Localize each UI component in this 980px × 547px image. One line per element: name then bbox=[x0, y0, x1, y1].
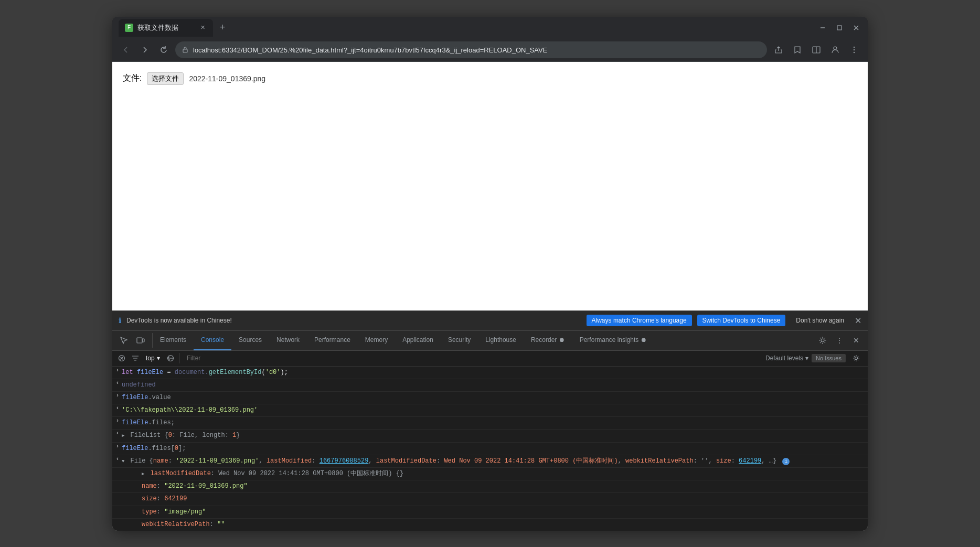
toolbar-separator bbox=[179, 353, 179, 363]
svg-point-14 bbox=[855, 357, 858, 360]
context-dropdown-icon: ▾ bbox=[157, 355, 160, 362]
tab-bar: F 获取文件数据 ✕ + bbox=[119, 19, 813, 37]
reload-button[interactable] bbox=[156, 42, 171, 57]
svg-point-4 bbox=[834, 47, 837, 50]
active-tab[interactable]: F 获取文件数据 ✕ bbox=[119, 19, 213, 37]
console-text: undefined bbox=[122, 380, 864, 390]
input-arrow: › bbox=[113, 418, 122, 424]
close-button[interactable] bbox=[851, 23, 861, 33]
input-arrow: › bbox=[113, 393, 122, 399]
profile-icon[interactable] bbox=[828, 42, 843, 57]
file-row: 文件: 选择文件 2022-11-09_01369.png bbox=[123, 72, 857, 85]
console-line: ▶ lastModifiedDate: Wed Nov 09 2022 14:4… bbox=[112, 468, 868, 480]
forward-button[interactable] bbox=[137, 42, 152, 57]
filter-input[interactable] bbox=[183, 352, 762, 364]
console-line: webkitRelativePath: "" bbox=[112, 519, 868, 531]
console-settings-icon[interactable] bbox=[849, 351, 864, 366]
inspect-element-icon[interactable] bbox=[116, 333, 131, 348]
page-content: 文件: 选择文件 2022-11-09_01369.png ℹ DevTools… bbox=[112, 62, 868, 531]
console-line: › fileEle.files; bbox=[112, 417, 868, 430]
console-line: ‹ ▼ File {name: '2022-11-09_01369.png', … bbox=[112, 455, 868, 468]
console-line: size: 642199 bbox=[112, 493, 868, 506]
output-arrow: ‹ bbox=[113, 456, 122, 462]
tab-lighthouse[interactable]: Lighthouse bbox=[478, 331, 524, 351]
devtools-toolbar: top ▾ Default levels ▾ No Issues bbox=[112, 351, 868, 367]
context-selector[interactable]: top ▾ bbox=[144, 353, 162, 363]
tab-memory[interactable]: Memory bbox=[358, 331, 395, 351]
devtools-settings-icon[interactable] bbox=[815, 333, 830, 348]
share-icon[interactable] bbox=[771, 42, 786, 57]
address-bar[interactable]: localhost:63342/BOM_DOM/25.%20file_data.… bbox=[175, 41, 767, 58]
info-badge: i bbox=[782, 458, 790, 465]
bookmark-icon[interactable] bbox=[790, 42, 805, 57]
tab-application[interactable]: Application bbox=[395, 331, 441, 351]
tab-security[interactable]: Security bbox=[441, 331, 478, 351]
device-toolbar-icon[interactable] bbox=[133, 333, 148, 348]
console-text: size: 642199 bbox=[142, 494, 864, 504]
info-icon: ℹ bbox=[119, 316, 121, 325]
window-controls bbox=[817, 23, 861, 33]
clear-console-button[interactable] bbox=[116, 353, 127, 363]
svg-rect-0 bbox=[837, 26, 841, 30]
console-line: › fileEle.value bbox=[112, 392, 868, 404]
console-line: type: "image/png" bbox=[112, 506, 868, 519]
devtools-tabs: Elements Console Sources Network Perform… bbox=[112, 331, 868, 351]
console-line: › let fileEle = document.getElementById(… bbox=[112, 367, 868, 379]
devtools-panel: ℹ DevTools is now available in Chinese! … bbox=[112, 310, 868, 531]
lang-bar-close-button[interactable]: ✕ bbox=[855, 316, 861, 326]
web-page: 文件: 选择文件 2022-11-09_01369.png bbox=[112, 62, 868, 310]
show-console-sidebar-button[interactable] bbox=[165, 353, 176, 363]
dont-show-again-button[interactable]: Don't show again bbox=[791, 315, 849, 326]
tab-network[interactable]: Network bbox=[269, 331, 307, 351]
svg-point-10 bbox=[821, 339, 824, 342]
default-levels-arrow: ▾ bbox=[805, 355, 808, 362]
console-text: let fileEle = document.getElementById('d… bbox=[122, 368, 864, 378]
no-issues-badge[interactable]: No Issues bbox=[812, 354, 846, 362]
split-view-icon[interactable] bbox=[809, 42, 824, 57]
console-text: fileEle.value bbox=[122, 393, 864, 403]
context-label: top bbox=[146, 355, 155, 362]
console-text: fileEle.files; bbox=[122, 418, 864, 428]
console-line: name: "2022-11-09_01369.png" bbox=[112, 480, 868, 493]
svg-rect-1 bbox=[183, 49, 187, 52]
input-arrow: › bbox=[113, 444, 122, 449]
console-text: webkitRelativePath: "" bbox=[142, 520, 864, 530]
devtools-tab-end-controls: ⋮ ✕ bbox=[815, 333, 868, 348]
console-output[interactable]: › let fileEle = document.getElementById(… bbox=[112, 367, 868, 531]
choose-file-button[interactable]: 选择文件 bbox=[147, 72, 184, 85]
tab-sources[interactable]: Sources bbox=[231, 331, 269, 351]
output-arrow: ‹ bbox=[113, 431, 122, 436]
back-button[interactable] bbox=[119, 42, 133, 57]
tab-performance-insights[interactable]: Performance insights ⏺ bbox=[572, 331, 654, 351]
svg-rect-8 bbox=[137, 338, 142, 343]
menu-icon[interactable] bbox=[847, 42, 861, 57]
devtools-more-icon[interactable]: ⋮ bbox=[832, 333, 847, 348]
console-text: ▼ File {name: '2022-11-09_01369.png', la… bbox=[122, 456, 864, 466]
filter-button[interactable] bbox=[130, 353, 141, 363]
svg-point-5 bbox=[854, 47, 855, 48]
devtools-close-icon[interactable]: ✕ bbox=[849, 333, 864, 348]
tab-console[interactable]: Console bbox=[194, 331, 231, 351]
output-arrow: ‹ bbox=[113, 380, 122, 386]
console-text: fileEle.files[0]; bbox=[122, 444, 864, 454]
tab-title: 获取文件数据 bbox=[137, 23, 194, 33]
always-match-language-button[interactable]: Always match Chrome's language bbox=[587, 315, 692, 326]
tab-performance[interactable]: Performance bbox=[307, 331, 358, 351]
tab-close-button[interactable]: ✕ bbox=[198, 24, 207, 32]
tab-recorder[interactable]: Recorder ⏺ bbox=[524, 331, 572, 351]
console-line: ‹ 'C:\\fakepath\\2022-11-09_01369.png' bbox=[112, 404, 868, 417]
lock-icon bbox=[182, 46, 189, 53]
console-line: ‹ undefined bbox=[112, 379, 868, 392]
minimize-button[interactable] bbox=[817, 23, 828, 33]
lang-bar-text: DevTools is now available in Chinese! bbox=[126, 317, 581, 324]
console-text: ▶ FileList {0: File, length: 1} bbox=[122, 431, 864, 441]
console-text: name: "2022-11-09_01369.png" bbox=[142, 481, 864, 491]
switch-devtools-language-button[interactable]: Switch DevTools to Chinese bbox=[697, 315, 786, 326]
maximize-button[interactable] bbox=[834, 23, 845, 33]
console-text: type: "image/png" bbox=[142, 507, 864, 517]
tab-elements[interactable]: Elements bbox=[153, 331, 194, 351]
new-tab-button[interactable]: + bbox=[215, 20, 230, 35]
file-name-display: 2022-11-09_01369.png bbox=[189, 74, 265, 83]
default-levels-selector[interactable]: Default levels ▾ bbox=[765, 355, 808, 362]
devtools-tab-icons bbox=[112, 333, 153, 348]
